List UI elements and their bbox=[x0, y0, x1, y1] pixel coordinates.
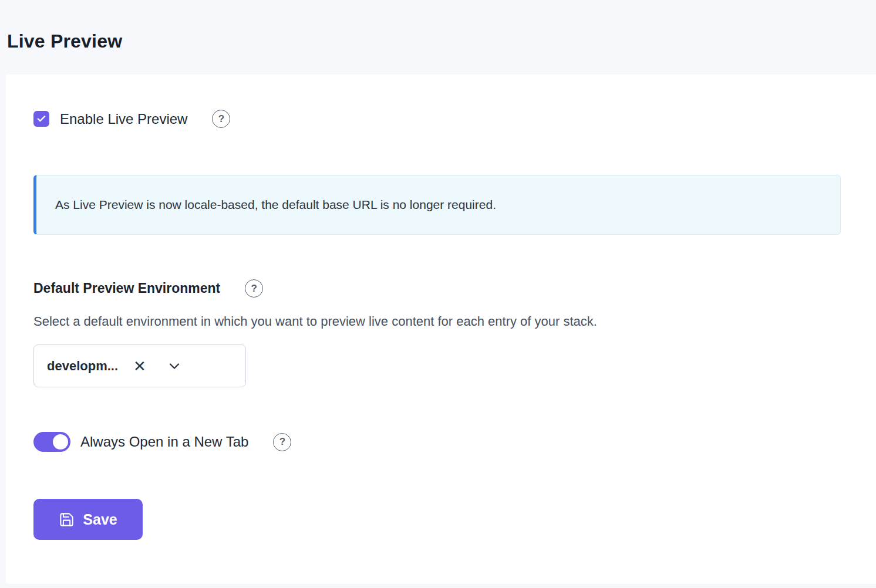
default-preview-environment-help-icon[interactable]: ? bbox=[245, 279, 263, 298]
checkbox-check-icon bbox=[36, 114, 46, 124]
default-preview-environment-header: Default Preview Environment ? bbox=[33, 279, 841, 298]
clear-selection-icon[interactable]: ✕ bbox=[133, 359, 146, 374]
save-button-label: Save bbox=[83, 511, 117, 528]
environment-select-value: developm... bbox=[47, 359, 118, 374]
locale-info-banner: As Live Preview is now locale-based, the… bbox=[33, 175, 841, 235]
save-button[interactable]: Save bbox=[33, 499, 143, 540]
save-icon bbox=[59, 512, 75, 528]
always-open-new-tab-row: Always Open in a New Tab ? bbox=[33, 432, 841, 452]
enable-live-preview-row: Enable Live Preview ? bbox=[33, 110, 841, 128]
default-preview-environment-label: Default Preview Environment bbox=[33, 281, 220, 296]
live-preview-settings-card: Enable Live Preview ? As Live Preview is… bbox=[6, 75, 876, 584]
enable-live-preview-checkbox[interactable] bbox=[33, 111, 49, 127]
enable-live-preview-help-icon[interactable]: ? bbox=[212, 110, 230, 128]
enable-live-preview-label: Enable Live Preview bbox=[60, 111, 187, 127]
always-open-new-tab-label: Always Open in a New Tab bbox=[80, 434, 248, 450]
environment-select[interactable]: developm... ✕ bbox=[33, 344, 246, 387]
always-open-new-tab-help-icon[interactable]: ? bbox=[273, 433, 291, 451]
page-header: Live Preview bbox=[0, 0, 876, 75]
default-preview-environment-description: Select a default environment in which yo… bbox=[33, 314, 841, 329]
always-open-new-tab-toggle[interactable] bbox=[33, 432, 70, 452]
locale-info-banner-text: As Live Preview is now locale-based, the… bbox=[55, 196, 496, 214]
chevron-down-icon[interactable] bbox=[166, 358, 183, 374]
page-title: Live Preview bbox=[7, 31, 876, 52]
toggle-knob bbox=[53, 434, 68, 450]
